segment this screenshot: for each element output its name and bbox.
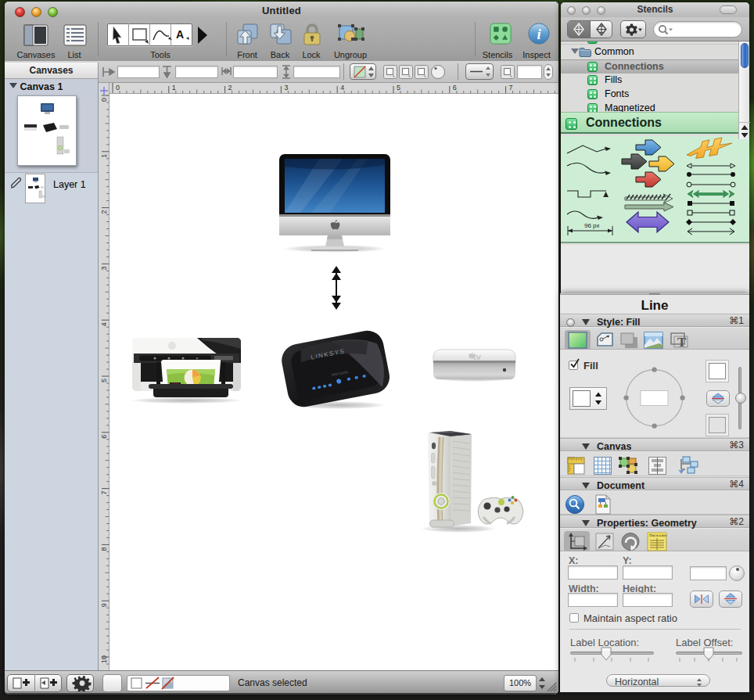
svg-text:5: 5 <box>100 379 108 382</box>
svg-text:2: 2 <box>100 210 108 214</box>
svg-text:2: 2 <box>228 84 232 92</box>
svg-text:7: 7 <box>100 491 108 495</box>
svg-text:4: 4 <box>100 322 108 326</box>
svg-text:7: 7 <box>509 84 513 92</box>
svg-text:8: 8 <box>100 547 108 551</box>
svg-text:A: A <box>176 28 184 41</box>
svg-text:This is a text: This is a text <box>649 533 667 537</box>
svg-text:96 px: 96 px <box>584 222 600 229</box>
svg-text:9: 9 <box>100 603 108 607</box>
svg-text:6: 6 <box>453 84 457 92</box>
svg-text:1: 1 <box>172 84 176 92</box>
svg-text:0: 0 <box>116 84 120 92</box>
svg-text:6: 6 <box>100 435 108 439</box>
svg-text:3: 3 <box>100 266 108 270</box>
svg-text:4: 4 <box>340 84 344 92</box>
svg-text:3: 3 <box>284 84 288 92</box>
svg-text:i: i <box>537 26 541 42</box>
svg-text:0: 0 <box>100 98 108 102</box>
svg-text:10: 10 <box>100 655 108 663</box>
svg-text:5: 5 <box>397 84 400 92</box>
svg-text:1: 1 <box>100 154 108 158</box>
svg-text:T: T <box>677 335 687 350</box>
